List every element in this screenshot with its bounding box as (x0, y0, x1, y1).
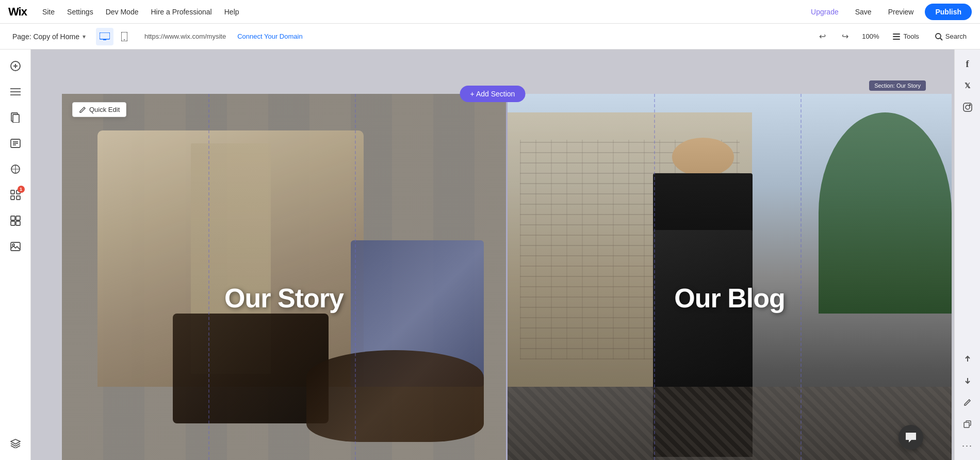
svg-line-8 (940, 38, 942, 40)
svg-rect-36 (964, 422, 969, 428)
facebook-icon[interactable]: f (958, 55, 977, 73)
shoes-element (306, 350, 484, 442)
svg-point-3 (124, 39, 125, 40)
svg-rect-28 (16, 221, 20, 225)
svg-point-33 (969, 105, 970, 106)
our-blog-panel: Our Blog (508, 94, 952, 460)
image-library-icon[interactable] (4, 235, 27, 258)
svg-rect-27 (11, 221, 15, 225)
save-button[interactable]: Save (850, 5, 877, 19)
main-area: 1 + Add Section Quick Edit Section: Our … (0, 50, 980, 460)
upgrade-button[interactable]: Upgrade (806, 5, 844, 19)
svg-rect-21 (11, 190, 14, 194)
svg-rect-23 (11, 196, 14, 200)
nav-settings[interactable]: Settings (62, 5, 99, 19)
redo-button[interactable]: ↪ (836, 28, 854, 45)
second-bar-right: ↩ ↪ 100% Tools Search (813, 28, 972, 45)
undo-button[interactable]: ↩ (813, 28, 831, 45)
nav-dev-mode[interactable]: Dev Mode (101, 5, 144, 19)
svg-rect-16 (13, 114, 19, 123)
person-coat (653, 230, 753, 400)
device-buttons (96, 28, 133, 45)
preview-button[interactable]: Preview (883, 5, 919, 19)
svg-rect-6 (893, 39, 900, 40)
our-story-panel: Our Story (62, 94, 506, 460)
second-bar: Page: Copy of Home ▾ https://www.wix.com… (0, 24, 980, 50)
svg-rect-25 (11, 216, 15, 220)
add-element-icon[interactable] (4, 55, 27, 77)
page-selector[interactable]: Page: Copy of Home ▾ (8, 29, 90, 44)
gloves-element (173, 314, 328, 423)
nav-help[interactable]: Help (219, 5, 244, 19)
move-down-icon[interactable] (958, 371, 977, 390)
trees-element (819, 112, 952, 314)
chat-button[interactable] (899, 425, 923, 450)
add-section-label: + Add Section (470, 90, 515, 98)
add-section-button[interactable]: + Add Section (460, 86, 526, 102)
blog-photo-bg (508, 94, 952, 460)
svg-rect-5 (893, 36, 900, 37)
canvas-content: Our Story (62, 94, 952, 460)
svg-rect-24 (17, 196, 20, 200)
canvas-area: + Add Section Quick Edit Section: Our St… (31, 50, 954, 460)
tools-button[interactable]: Tools (887, 29, 924, 44)
left-sidebar: 1 (0, 50, 31, 460)
blog-icon[interactable] (4, 132, 27, 155)
chevron-down-icon: ▾ (83, 33, 86, 40)
top-bar: Wix Site Settings Dev Mode Hire a Profes… (0, 0, 980, 24)
right-panel: f 𝕏 ··· (954, 50, 980, 460)
media-icon[interactable] (4, 209, 27, 232)
our-blog-text: Our Blog (674, 283, 785, 314)
wix-logo-text: Wix (8, 5, 27, 19)
cobblestone-element (508, 387, 952, 460)
move-up-icon[interactable] (958, 350, 977, 368)
panel-divider (506, 94, 508, 460)
layers-icon[interactable] (4, 432, 27, 455)
wix-logo: Wix (8, 5, 27, 19)
svg-rect-0 (100, 32, 110, 39)
our-story-text: Our Story (224, 283, 344, 314)
connect-domain-link[interactable]: Connect Your Domain (237, 32, 302, 40)
quick-edit-button[interactable]: Quick Edit (72, 102, 126, 117)
desktop-view-button[interactable] (96, 28, 113, 45)
nav-hire-professional[interactable]: Hire a Professional (145, 5, 217, 19)
more-options-icon[interactable]: ··· (958, 436, 977, 455)
section-edit-label: Section: Our Story (874, 83, 921, 89)
zoom-level: 100% (859, 32, 882, 40)
page-selector-label: Page: Copy of Home (12, 32, 79, 41)
mobile-view-button[interactable] (116, 28, 133, 45)
pages-icon[interactable] (4, 106, 27, 129)
edit-section-icon[interactable] (958, 393, 977, 412)
nav-site[interactable]: Site (37, 5, 60, 19)
svg-point-7 (936, 34, 941, 39)
section-edit-button[interactable]: Section: Our Story (869, 80, 926, 91)
apps-badge: 1 (18, 186, 25, 193)
person-head (672, 138, 734, 176)
search-label: Search (945, 32, 967, 40)
tools-label: Tools (903, 32, 919, 40)
duplicate-section-icon[interactable] (958, 415, 977, 433)
top-bar-right: Upgrade Save Preview Publish (806, 4, 972, 20)
svg-rect-4 (893, 34, 900, 35)
top-nav: Site Settings Dev Mode Hire a Profession… (37, 5, 244, 19)
instagram-icon[interactable] (958, 98, 977, 117)
quick-edit-label: Quick Edit (89, 106, 120, 113)
svg-rect-26 (16, 216, 20, 220)
svg-point-32 (966, 105, 970, 109)
apps-icon[interactable]: 1 (4, 184, 27, 206)
search-button[interactable]: Search (929, 29, 972, 44)
menu-pages-icon[interactable] (4, 80, 27, 103)
twitter-icon[interactable]: 𝕏 (958, 76, 977, 95)
design-icon[interactable] (4, 158, 27, 180)
svg-rect-1 (103, 39, 106, 40)
svg-rect-29 (11, 242, 20, 251)
url-display: https://www.wix.com/mysite (139, 29, 231, 43)
publish-button[interactable]: Publish (925, 4, 972, 20)
